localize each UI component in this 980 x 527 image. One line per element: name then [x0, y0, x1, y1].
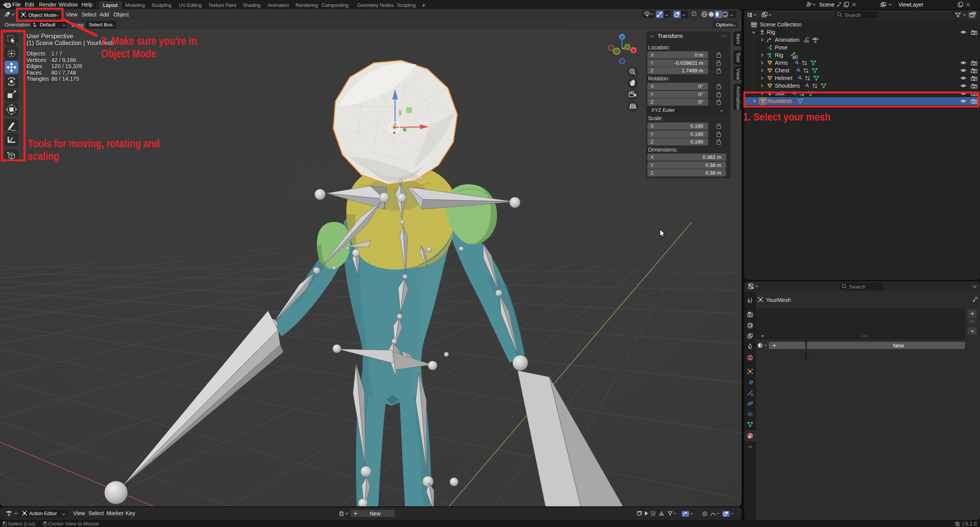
svg-text:Y: Y [626, 45, 629, 49]
svg-text:X: X [632, 48, 635, 52]
svg-text:Z: Z [621, 35, 623, 39]
